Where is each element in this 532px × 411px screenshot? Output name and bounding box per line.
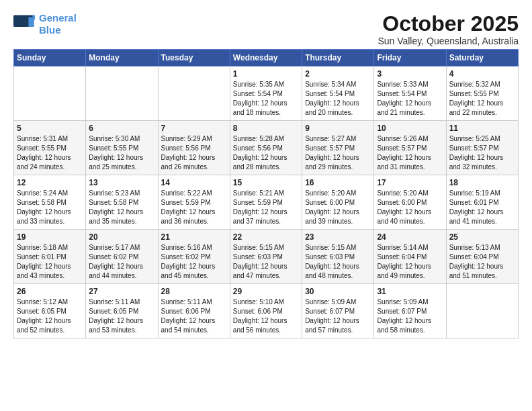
day-number: 28 xyxy=(161,287,227,296)
day-info: Sunrise: 5:30 AM Sunset: 5:55 PM Dayligh… xyxy=(89,134,154,172)
day-number: 22 xyxy=(233,232,299,242)
day-info: Sunrise: 5:19 AM Sunset: 6:01 PM Dayligh… xyxy=(449,189,515,226)
calendar-cell: 8Sunrise: 5:28 AM Sunset: 5:56 PM Daylig… xyxy=(230,121,302,175)
calendar-cell: 20Sunrise: 5:17 AM Sunset: 6:02 PM Dayli… xyxy=(86,230,158,284)
day-number: 15 xyxy=(233,178,299,187)
subtitle: Sun Valley, Queensland, Australia xyxy=(378,36,519,46)
calendar-cell: 15Sunrise: 5:21 AM Sunset: 5:59 PM Dayli… xyxy=(230,175,302,230)
day-info: Sunrise: 5:35 AM Sunset: 5:54 PM Dayligh… xyxy=(233,80,299,118)
day-info: Sunrise: 5:25 AM Sunset: 5:57 PM Dayligh… xyxy=(449,134,515,172)
day-info: Sunrise: 5:27 AM Sunset: 5:57 PM Dayligh… xyxy=(305,134,371,172)
calendar-cell: 30Sunrise: 5:09 AM Sunset: 6:07 PM Dayli… xyxy=(302,284,374,338)
day-number: 16 xyxy=(305,178,371,187)
logo-text: General Blue xyxy=(39,12,77,36)
day-info: Sunrise: 5:10 AM Sunset: 6:06 PM Dayligh… xyxy=(233,298,299,335)
col-monday: Monday xyxy=(86,50,158,66)
calendar-cell xyxy=(14,66,86,121)
day-info: Sunrise: 5:33 AM Sunset: 5:54 PM Dayligh… xyxy=(377,80,443,118)
day-info: Sunrise: 5:09 AM Sunset: 6:07 PM Dayligh… xyxy=(377,298,443,335)
calendar-cell: 13Sunrise: 5:23 AM Sunset: 5:58 PM Dayli… xyxy=(86,175,158,230)
calendar-cell: 31Sunrise: 5:09 AM Sunset: 6:07 PM Dayli… xyxy=(374,284,446,338)
calendar-cell: 10Sunrise: 5:26 AM Sunset: 5:57 PM Dayli… xyxy=(374,121,446,175)
day-number: 20 xyxy=(89,232,154,242)
day-number: 26 xyxy=(17,287,83,296)
title-block: October 2025 Sun Valley, Queensland, Aus… xyxy=(378,12,519,46)
calendar-cell: 23Sunrise: 5:15 AM Sunset: 6:03 PM Dayli… xyxy=(302,230,374,284)
day-info: Sunrise: 5:15 AM Sunset: 6:03 PM Dayligh… xyxy=(305,243,371,281)
calendar-cell: 9Sunrise: 5:27 AM Sunset: 5:57 PM Daylig… xyxy=(302,121,374,175)
calendar-cell xyxy=(446,284,518,338)
day-info: Sunrise: 5:32 AM Sunset: 5:55 PM Dayligh… xyxy=(449,80,515,118)
calendar-week-0: 1Sunrise: 5:35 AM Sunset: 5:54 PM Daylig… xyxy=(14,66,519,121)
day-number: 2 xyxy=(305,69,371,79)
day-number: 23 xyxy=(305,232,371,242)
calendar-cell: 29Sunrise: 5:10 AM Sunset: 6:06 PM Dayli… xyxy=(230,284,302,338)
day-info: Sunrise: 5:11 AM Sunset: 6:06 PM Dayligh… xyxy=(161,298,227,335)
calendar-cell: 21Sunrise: 5:16 AM Sunset: 6:02 PM Dayli… xyxy=(158,230,230,284)
day-info: Sunrise: 5:11 AM Sunset: 6:05 PM Dayligh… xyxy=(89,298,154,335)
calendar-cell: 7Sunrise: 5:29 AM Sunset: 5:56 PM Daylig… xyxy=(158,121,230,175)
day-number: 11 xyxy=(449,124,515,133)
logo-line1: General xyxy=(39,12,77,24)
calendar-cell: 3Sunrise: 5:33 AM Sunset: 5:54 PM Daylig… xyxy=(374,66,446,121)
day-info: Sunrise: 5:18 AM Sunset: 6:01 PM Dayligh… xyxy=(17,243,83,281)
day-number: 30 xyxy=(305,287,371,296)
calendar-week-4: 26Sunrise: 5:12 AM Sunset: 6:05 PM Dayli… xyxy=(14,284,519,338)
calendar-cell: 1Sunrise: 5:35 AM Sunset: 5:54 PM Daylig… xyxy=(230,66,302,121)
calendar-header-row: Sunday Monday Tuesday Wednesday Thursday… xyxy=(14,50,519,66)
day-number: 24 xyxy=(377,232,443,242)
day-info: Sunrise: 5:09 AM Sunset: 6:07 PM Dayligh… xyxy=(305,298,371,335)
day-info: Sunrise: 5:29 AM Sunset: 5:56 PM Dayligh… xyxy=(161,134,227,172)
day-info: Sunrise: 5:13 AM Sunset: 6:04 PM Dayligh… xyxy=(449,243,515,281)
calendar-cell: 26Sunrise: 5:12 AM Sunset: 6:05 PM Dayli… xyxy=(14,284,86,338)
calendar-week-2: 12Sunrise: 5:24 AM Sunset: 5:58 PM Dayli… xyxy=(14,175,519,230)
calendar-cell: 11Sunrise: 5:25 AM Sunset: 5:57 PM Dayli… xyxy=(446,121,518,175)
day-info: Sunrise: 5:31 AM Sunset: 5:55 PM Dayligh… xyxy=(17,134,83,172)
day-info: Sunrise: 5:23 AM Sunset: 5:58 PM Dayligh… xyxy=(89,189,154,226)
col-tuesday: Tuesday xyxy=(158,50,230,66)
calendar-week-3: 19Sunrise: 5:18 AM Sunset: 6:01 PM Dayli… xyxy=(14,230,519,284)
logo-line2: Blue xyxy=(39,24,61,36)
calendar-cell: 22Sunrise: 5:15 AM Sunset: 6:03 PM Dayli… xyxy=(230,230,302,284)
calendar-cell: 2Sunrise: 5:34 AM Sunset: 5:54 PM Daylig… xyxy=(302,66,374,121)
col-thursday: Thursday xyxy=(302,50,374,66)
day-number: 14 xyxy=(161,178,227,187)
day-number: 31 xyxy=(377,287,443,296)
calendar-cell: 16Sunrise: 5:20 AM Sunset: 6:00 PM Dayli… xyxy=(302,175,374,230)
calendar-cell: 14Sunrise: 5:22 AM Sunset: 5:59 PM Dayli… xyxy=(158,175,230,230)
day-info: Sunrise: 5:24 AM Sunset: 5:58 PM Dayligh… xyxy=(17,189,83,226)
col-saturday: Saturday xyxy=(446,50,518,66)
day-info: Sunrise: 5:22 AM Sunset: 5:59 PM Dayligh… xyxy=(161,189,227,226)
calendar-cell: 12Sunrise: 5:24 AM Sunset: 5:58 PM Dayli… xyxy=(14,175,86,230)
day-number: 8 xyxy=(233,124,299,133)
col-friday: Friday xyxy=(374,50,446,66)
day-number: 9 xyxy=(305,124,371,133)
calendar-cell: 18Sunrise: 5:19 AM Sunset: 6:01 PM Dayli… xyxy=(446,175,518,230)
calendar-cell: 25Sunrise: 5:13 AM Sunset: 6:04 PM Dayli… xyxy=(446,230,518,284)
calendar-cell: 6Sunrise: 5:30 AM Sunset: 5:55 PM Daylig… xyxy=(86,121,158,175)
day-number: 12 xyxy=(17,178,83,187)
day-info: Sunrise: 5:17 AM Sunset: 6:02 PM Dayligh… xyxy=(89,243,154,281)
day-info: Sunrise: 5:28 AM Sunset: 5:56 PM Dayligh… xyxy=(233,134,299,172)
day-number: 4 xyxy=(449,69,515,79)
logo-icon xyxy=(13,15,35,34)
main-title: October 2025 xyxy=(378,12,519,36)
day-number: 25 xyxy=(449,232,515,242)
day-info: Sunrise: 5:20 AM Sunset: 6:00 PM Dayligh… xyxy=(377,189,443,226)
day-number: 10 xyxy=(377,124,443,133)
day-number: 3 xyxy=(377,69,443,79)
calendar-cell: 28Sunrise: 5:11 AM Sunset: 6:06 PM Dayli… xyxy=(158,284,230,338)
svg-marker-1 xyxy=(28,17,34,27)
day-number: 29 xyxy=(233,287,299,296)
calendar-cell: 19Sunrise: 5:18 AM Sunset: 6:01 PM Dayli… xyxy=(14,230,86,284)
col-wednesday: Wednesday xyxy=(230,50,302,66)
day-info: Sunrise: 5:16 AM Sunset: 6:02 PM Dayligh… xyxy=(161,243,227,281)
calendar-cell: 27Sunrise: 5:11 AM Sunset: 6:05 PM Dayli… xyxy=(86,284,158,338)
day-number: 27 xyxy=(89,287,154,296)
day-info: Sunrise: 5:20 AM Sunset: 6:00 PM Dayligh… xyxy=(305,189,371,226)
day-number: 18 xyxy=(449,178,515,187)
calendar-cell xyxy=(158,66,230,121)
logo: General Blue xyxy=(13,12,77,36)
day-number: 17 xyxy=(377,178,443,187)
header: General Blue October 2025 Sun Valley, Qu… xyxy=(13,12,519,46)
